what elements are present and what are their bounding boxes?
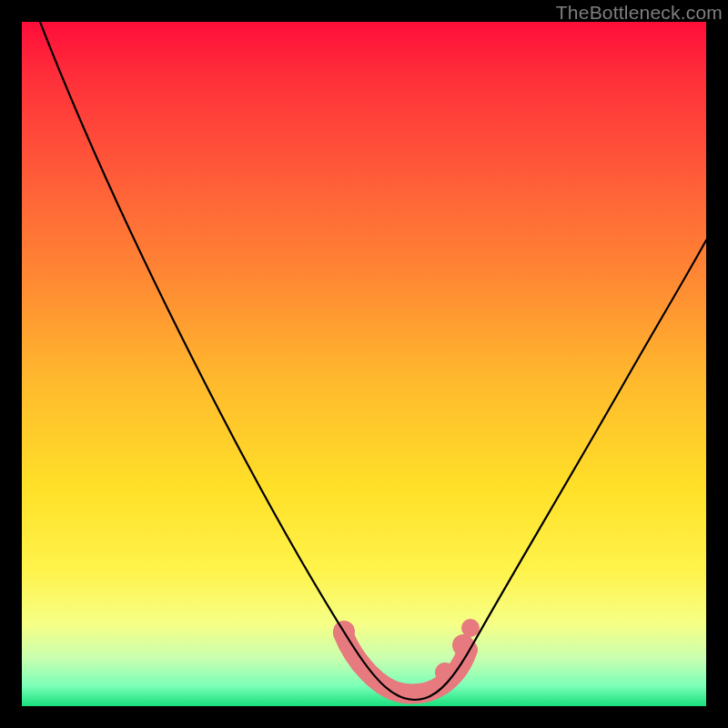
highlight-dot [435, 662, 455, 682]
plot-area [22, 22, 706, 706]
bottleneck-curve [40, 22, 706, 700]
curve-layer [22, 22, 706, 706]
highlight-dot [452, 634, 474, 656]
highlight-dot [461, 619, 480, 637]
chart-frame: TheBottleneck.com [0, 0, 728, 728]
watermark-text: TheBottleneck.com [556, 2, 723, 24]
